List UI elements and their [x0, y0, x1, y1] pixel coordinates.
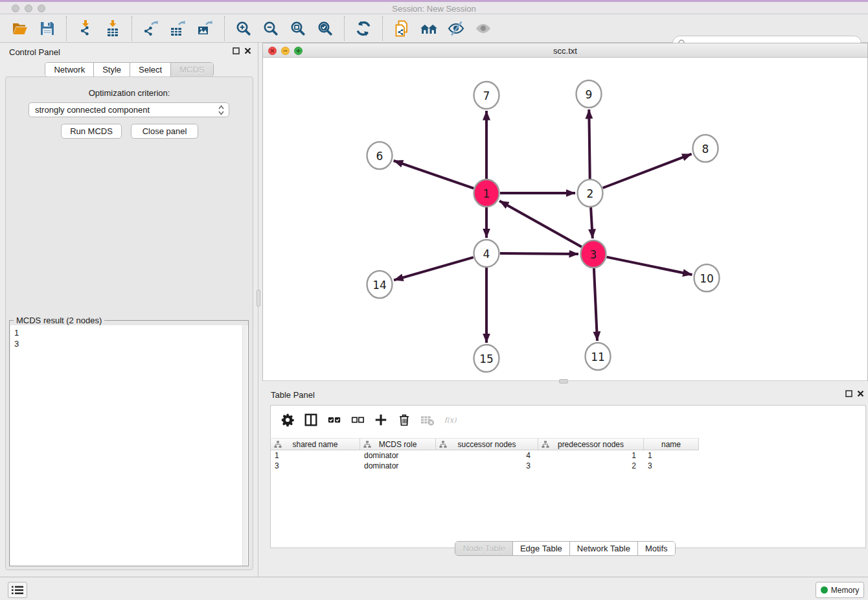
- float-icon[interactable]: [845, 390, 852, 397]
- tab-mcds[interactable]: MCDS: [170, 63, 212, 76]
- graph-node-8[interactable]: 8: [693, 135, 718, 162]
- graph-edge-3-10[interactable]: [607, 257, 692, 275]
- save-session-icon[interactable]: [36, 17, 59, 40]
- main-titlebar: Session: New Session: [0, 0, 868, 14]
- graph-edge-4-3[interactable]: [500, 253, 578, 254]
- memory-button[interactable]: Memory: [816, 582, 864, 598]
- refresh-icon[interactable]: [352, 17, 375, 40]
- graph-edge-3-1[interactable]: [499, 201, 582, 247]
- table-cell[interactable]: 1: [538, 450, 644, 461]
- node-table: shared nameMCDS rolesuccessor nodesprede…: [271, 438, 699, 471]
- gear-icon[interactable]: [277, 410, 298, 430]
- close-panel-button[interactable]: Close panel: [131, 124, 198, 139]
- tab-select[interactable]: Select: [130, 63, 170, 76]
- select-all-icon[interactable]: [324, 410, 345, 430]
- graph-node-label: 6: [376, 150, 383, 163]
- zoom-fit-icon[interactable]: [286, 17, 310, 40]
- main-toolbar: [0, 14, 868, 43]
- graph-node-10[interactable]: 10: [694, 264, 720, 292]
- control-panel: Control Panel NetworkStyleSelectMCDS Opt…: [0, 43, 258, 577]
- graph-node-9[interactable]: 9: [577, 80, 602, 108]
- graph-node-label: 11: [591, 351, 605, 363]
- zoom-selected-icon[interactable]: [314, 17, 337, 40]
- graph-node-11[interactable]: 11: [586, 343, 611, 370]
- table-cell[interactable]: 4: [436, 450, 538, 461]
- column-header-predecessor-nodes[interactable]: predecessor nodes: [538, 438, 644, 450]
- table-panel: Table Panel f(x) shared nameMCDS rolesuc…: [262, 387, 868, 559]
- delete-row-icon[interactable]: [394, 410, 415, 430]
- table-cell[interactable]: 1: [271, 450, 360, 461]
- hierarchy-icon: [274, 441, 282, 448]
- tab-network-table[interactable]: Network Table: [569, 542, 637, 555]
- graph-node-6[interactable]: 6: [367, 142, 393, 169]
- add-row-icon[interactable]: [371, 410, 391, 430]
- float-icon[interactable]: [233, 47, 240, 54]
- table-cell[interactable]: 3: [644, 461, 699, 471]
- table-cell[interactable]: 3: [436, 461, 538, 471]
- mcds-result-group: MCDS result (2 nodes) 1 3: [9, 320, 249, 566]
- tab-style[interactable]: Style: [93, 63, 130, 76]
- tab-motifs[interactable]: Motifs: [637, 542, 675, 555]
- graph-node-label: 2: [587, 187, 594, 200]
- graph-edge-3-11[interactable]: [594, 268, 597, 341]
- network-canvas[interactable]: 7968124314101511: [263, 58, 867, 380]
- table-cell[interactable]: dominator: [360, 461, 436, 471]
- graph-node-14[interactable]: 14: [367, 271, 393, 298]
- hide-selected-icon[interactable]: [444, 17, 468, 40]
- import-network-icon[interactable]: [74, 17, 97, 40]
- hierarchy-icon: [439, 441, 447, 448]
- graph-node-4[interactable]: 4: [474, 240, 499, 267]
- open-file-icon[interactable]: [8, 17, 32, 40]
- graph-edge-2-3[interactable]: [591, 207, 593, 238]
- task-history-button[interactable]: [8, 582, 27, 598]
- graph-node-3[interactable]: 3: [581, 240, 606, 268]
- table-cell[interactable]: 3: [271, 461, 360, 471]
- graph-node-1[interactable]: 1: [474, 179, 499, 207]
- tab-edge-table[interactable]: Edge Table: [512, 542, 569, 555]
- zoom-out-icon[interactable]: [259, 17, 282, 40]
- column-header-shared-name[interactable]: shared name: [271, 438, 360, 450]
- vertical-splitter-handle[interactable]: [257, 290, 260, 306]
- split-column-icon[interactable]: [301, 410, 321, 430]
- top-accent-strip: [0, 0, 868, 2]
- graph-node-15[interactable]: 15: [474, 345, 499, 372]
- table-cell[interactable]: dominator: [360, 450, 436, 461]
- table-cell[interactable]: 2: [538, 461, 644, 471]
- column-header-MCDS-role[interactable]: MCDS role: [360, 438, 436, 450]
- first-neighbors-icon[interactable]: [417, 17, 440, 40]
- session-title: Session: New Session: [0, 4, 868, 14]
- table-panel-title: Table Panel: [271, 390, 315, 400]
- mcds-result-area[interactable]: 1 3: [10, 325, 248, 566]
- graph-edge-4-14[interactable]: [394, 257, 474, 280]
- horizontal-splitter-handle[interactable]: [559, 379, 568, 384]
- table-row[interactable]: 3dominator323: [271, 461, 699, 471]
- status-bar: Memory: [0, 577, 868, 600]
- tab-network[interactable]: Network: [45, 63, 93, 76]
- graph-node-2[interactable]: 2: [578, 179, 603, 207]
- tab-node-table[interactable]: Node Table: [455, 542, 512, 555]
- zoom-in-icon[interactable]: [232, 17, 255, 40]
- optimization-criterion-label: Optimization criterion:: [0, 88, 258, 98]
- export-table-icon[interactable]: [166, 17, 190, 40]
- clone-network-icon[interactable]: [390, 17, 413, 40]
- run-mcds-button[interactable]: Run MCDS: [61, 124, 122, 139]
- column-header-name[interactable]: name: [644, 438, 699, 450]
- export-image-icon[interactable]: [194, 17, 217, 40]
- table-row[interactable]: 1dominator411: [271, 450, 699, 461]
- column-label: predecessor nodes: [558, 440, 624, 449]
- graph-edge-2-8[interactable]: [603, 154, 692, 188]
- graph-node-7[interactable]: 7: [474, 82, 499, 109]
- criterion-dropdown[interactable]: strongly connected component: [29, 102, 229, 117]
- graph-edge-2-9[interactable]: [589, 110, 589, 179]
- column-label: successor nodes: [457, 440, 516, 449]
- close-icon[interactable]: [244, 47, 251, 54]
- graph-edge-1-6[interactable]: [394, 161, 474, 189]
- result-scrollbar[interactable]: [242, 325, 247, 566]
- deselect-all-icon[interactable]: [347, 410, 368, 430]
- column-header-successor-nodes[interactable]: successor nodes: [436, 438, 538, 450]
- close-icon[interactable]: [857, 390, 864, 397]
- table-cell[interactable]: 1: [644, 450, 699, 461]
- import-table-icon[interactable]: [101, 17, 124, 40]
- export-network-icon[interactable]: [139, 17, 163, 40]
- column-label: shared name: [292, 440, 337, 449]
